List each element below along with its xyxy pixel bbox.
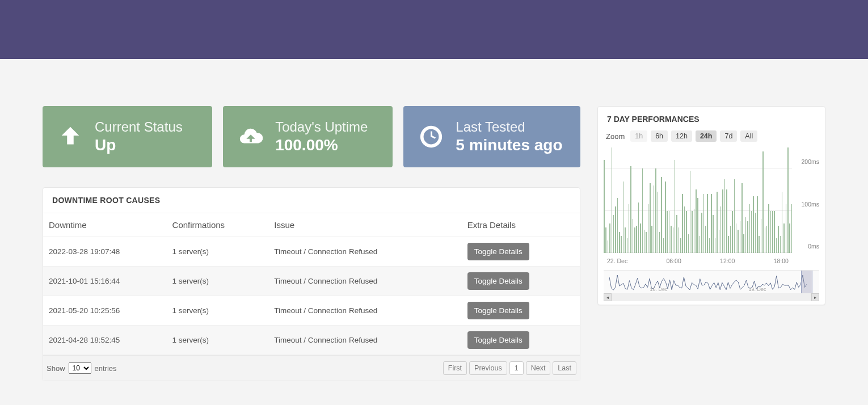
chart-bar (675, 160, 676, 253)
chart-bar (692, 211, 693, 253)
arrow-up-icon (56, 123, 85, 151)
zoom-all[interactable]: All (740, 130, 757, 142)
chart-bar (770, 211, 772, 253)
zoom-24h[interactable]: 24h (696, 130, 717, 142)
pager-prev[interactable]: Previous (469, 361, 507, 375)
chart-bar (608, 241, 609, 253)
chart-bar (751, 211, 752, 253)
chart-navigator[interactable]: 16. Dec 19. Dec ◂ ▸ (604, 270, 819, 301)
chart-bar (655, 168, 656, 253)
chart-bar (749, 204, 751, 253)
chart-bar (759, 236, 760, 253)
th-downtime[interactable]: Downtime (43, 213, 167, 237)
performance-title: 7 DAY PERFORMANCES (598, 107, 825, 127)
chart-bar (640, 223, 641, 253)
chart-bar (772, 211, 773, 253)
card-lasttested-title: Last Tested (456, 119, 562, 135)
chart-bar (697, 198, 698, 253)
pager-page-1[interactable]: 1 (509, 361, 524, 375)
toggle-details-button[interactable]: Toggle Details (467, 331, 529, 349)
table-row: 2022-03-28 19:07:481 server(s)Timeout / … (43, 237, 580, 267)
th-issue[interactable]: Issue (268, 213, 462, 237)
pager-last[interactable]: Last (553, 361, 576, 375)
chart-bar (688, 234, 689, 253)
downtime-panel: DOWNTIME ROOT CAUSES Downtime Confirmati… (43, 187, 580, 381)
chart-bar (636, 226, 637, 253)
chart-bar (786, 204, 787, 253)
performance-panel: 7 DAY PERFORMANCES Zoom 1h 6h 12h 24h 7d… (597, 106, 825, 305)
card-status-value: Up (95, 136, 183, 154)
chart-bar (679, 227, 680, 253)
nav-scroll-right[interactable]: ▸ (811, 293, 819, 301)
chart-bar (619, 232, 620, 253)
chart-bar (690, 171, 691, 253)
chart-bar (707, 194, 708, 253)
chart-bar (762, 151, 764, 253)
chart-bar (659, 232, 660, 253)
chart-bar (787, 147, 789, 253)
chart-bar (774, 211, 775, 253)
chart-bar (700, 236, 701, 253)
summary-cards: Current Status Up Today's Uptime 100.00% (43, 106, 580, 167)
chart-bar (605, 227, 606, 253)
chart-bar (623, 182, 624, 253)
zoom-7d[interactable]: 7d (720, 130, 737, 142)
zoom-12h[interactable]: 12h (671, 130, 692, 142)
chart-bar (654, 185, 655, 253)
cell-conf: 1 server(s) (167, 267, 269, 296)
entries-label: entries (95, 364, 117, 373)
chart-bar (629, 204, 630, 253)
chart-bar (627, 238, 628, 253)
chart-bar (615, 206, 616, 253)
xlabel-3: 18:00 (774, 258, 789, 267)
toggle-details-button[interactable]: Toggle Details (467, 243, 529, 260)
chart-bar (732, 211, 733, 253)
toggle-details-button[interactable]: Toggle Details (467, 272, 529, 290)
chart-bar (711, 194, 712, 253)
performance-chart[interactable]: 0ms 100ms 200ms 22. Dec 06:00 12:00 18:0… (604, 147, 819, 267)
th-extra-details[interactable]: Extra Details (462, 213, 580, 237)
chart-bar (651, 226, 652, 253)
chart-bar (613, 215, 614, 253)
cell-issue: Timeout / Connection Refused (268, 296, 462, 326)
cell-issue: Timeout / Connection Refused (268, 237, 462, 267)
chart-bar (722, 189, 723, 253)
cell-time: 2021-04-28 18:52:45 (43, 326, 167, 355)
chart-bar (765, 227, 766, 253)
toggle-details-button[interactable]: Toggle Details (467, 302, 529, 319)
nav-scroll-left[interactable]: ◂ (604, 293, 612, 301)
chart-bar (634, 227, 635, 253)
chart-bar (726, 189, 727, 253)
card-uptime-value: 100.00% (275, 136, 368, 154)
chart-bar (696, 189, 697, 253)
chart-bar (730, 226, 731, 253)
page-size-select[interactable]: 10 (69, 362, 91, 374)
chart-bar (642, 168, 643, 253)
chart-bar (717, 192, 718, 253)
navigator-handle[interactable] (801, 271, 812, 293)
chart-bar (609, 223, 610, 253)
chart-bar (761, 219, 762, 253)
chart-bar (684, 206, 685, 253)
th-confirmations[interactable]: Confirmations (167, 213, 269, 237)
chart-bar (646, 232, 647, 253)
xlabel-2: 12:00 (720, 258, 735, 267)
cell-conf: 1 server(s) (167, 326, 269, 355)
ytick-100: 100ms (801, 201, 819, 208)
cell-issue: Timeout / Connection Refused (268, 267, 462, 296)
chart-bar (780, 236, 781, 253)
card-status-title: Current Status (95, 119, 183, 135)
pager-next[interactable]: Next (526, 361, 551, 375)
chart-bar (661, 177, 662, 253)
chart-bar (709, 238, 710, 253)
chart-bar (673, 227, 674, 253)
chart-bar (658, 192, 659, 253)
zoom-6h[interactable]: 6h (651, 130, 668, 142)
downtime-panel-title: DOWNTIME ROOT CAUSES (43, 188, 580, 213)
zoom-1h[interactable]: 1h (630, 130, 647, 142)
pager-first[interactable]: First (443, 361, 467, 375)
chart-bar (665, 182, 666, 253)
chart-bar (701, 213, 702, 253)
chart-bar (719, 230, 720, 253)
chart-bar (728, 236, 729, 253)
